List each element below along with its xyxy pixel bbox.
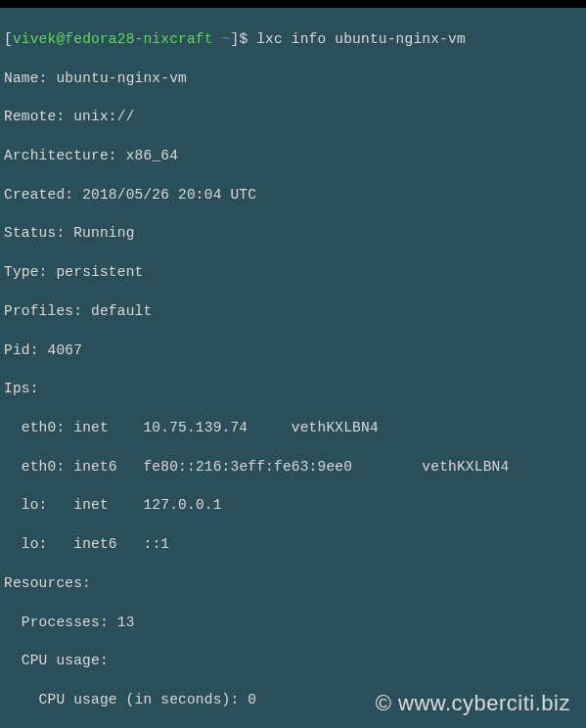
ip-row-2: lo: inet 127.0.0.1	[4, 496, 582, 516]
cpu-usage-header: CPU usage:	[4, 652, 582, 671]
ip-row-3: lo: inet6 ::1	[4, 535, 582, 555]
command-text: lxc info ubuntu-nginx-vm	[256, 31, 466, 47]
prompt-host: fedora28-nixcraft	[65, 31, 212, 47]
watermark-text: © www.cyberciti.biz	[376, 689, 570, 718]
ips-header: Ips:	[4, 380, 582, 399]
info-created: Created: 2018/05/26 20:04 UTC	[4, 186, 582, 205]
info-name: Name: ubuntu-nginx-vm	[4, 69, 582, 89]
prompt-user: vivek	[13, 31, 57, 47]
info-profiles: Profiles: default	[4, 302, 582, 322]
terminal-output: [vivek@fedora28-nixcraft ~]$ lxc info ub…	[4, 11, 582, 728]
processes-line: Processes: 13	[4, 614, 582, 633]
ip-row-0: eth0: inet 10.75.139.74 vethKXLBN4	[4, 419, 582, 438]
prompt-line-1: [vivek@fedora28-nixcraft ~]$ lxc info ub…	[4, 30, 582, 50]
prompt-symbol: $	[239, 31, 248, 47]
info-type: Type: persistent	[4, 263, 582, 283]
resources-header: Resources:	[4, 574, 582, 594]
info-status: Status: Running	[4, 224, 582, 244]
info-remote: Remote: unix://	[4, 108, 582, 127]
info-architecture: Architecture: x86_64	[4, 147, 582, 166]
info-pid: Pid: 4067	[4, 341, 582, 361]
ip-row-1: eth0: inet6 fe80::216:3eff:fe63:9ee0 vet…	[4, 458, 582, 478]
